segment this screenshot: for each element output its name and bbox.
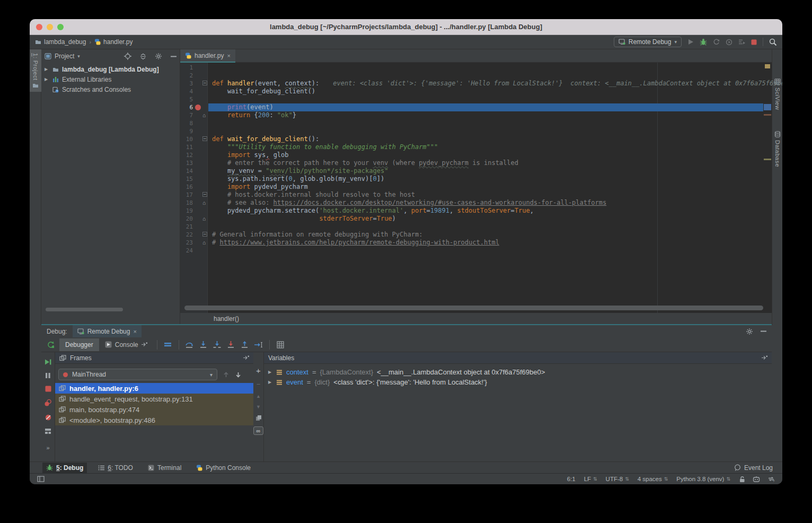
code-line[interactable]: 12 import sys, glob [180,151,763,159]
line-number[interactable]: 17 [180,191,193,199]
code-line[interactable]: 19 pydevd_pycharm.settrace('host.docker.… [180,207,763,215]
tool-window-button[interactable]: Terminal [144,463,185,473]
close-icon[interactable]: × [227,53,230,59]
breakpoint-icon[interactable] [195,104,201,110]
duplicate-watch-icon[interactable] [255,415,262,421]
zoom-window-button[interactable] [57,24,64,30]
search-everywhere-icon[interactable] [769,38,777,46]
pin-icon[interactable] [243,355,249,360]
tab-remote-debug-session[interactable]: Remote Debug × [73,325,142,337]
scrollbar-mark[interactable] [764,159,771,160]
line-number[interactable]: 9 [180,127,193,135]
gear-icon[interactable] [746,328,753,335]
force-step-into-button[interactable] [224,338,238,351]
code-line[interactable]: 14 my_venv = "venv/lib/python*/site-pack… [180,167,763,175]
tool-window-button[interactable]: Python Console [192,463,254,473]
code-line[interactable]: 9 [180,127,763,135]
show-watches-toggle[interactable]: ∞ [253,426,263,435]
line-number[interactable]: 1 [180,64,193,72]
code-line[interactable]: 2 [180,72,763,80]
step-out-button[interactable] [238,338,252,351]
line-number[interactable]: 13 [180,159,193,167]
expand-arrow-icon[interactable]: ▶ [45,67,49,72]
pin-icon[interactable] [762,355,767,360]
run-button[interactable] [687,39,694,45]
fold-marker-icon[interactable]: ⌂ [202,216,206,222]
previous-frame-button[interactable] [223,371,230,378]
debug-button[interactable] [700,38,707,46]
fold-marker-icon[interactable]: − [202,232,207,237]
status-widget[interactable]: LF⇅ [584,476,597,482]
code-line[interactable]: 16 import pydevd_pycharm [180,183,763,191]
run-to-cursor-button[interactable] [252,338,266,351]
variable-row[interactable]: ▶context={LambdaContext}<__main__.Lambda… [264,367,772,377]
hide-panel-icon[interactable] [761,330,766,332]
expand-arrow-icon[interactable]: ▶ [268,380,273,385]
lock-icon[interactable] [739,476,745,483]
tree-item[interactable]: Scratches and Consoles [41,84,180,94]
line-number[interactable]: 19 [180,207,193,215]
line-number[interactable]: 16 [180,183,193,191]
frame-row[interactable]: main, bootstrap.py:474 [55,404,253,415]
tab-handler-py[interactable]: handler.py × [180,49,235,63]
mute-breakpoints-button[interactable] [45,414,52,421]
minimize-window-button[interactable] [47,24,53,30]
frame-row[interactable]: handle_event_request, bootstrap.py:131 [55,394,253,404]
tool-window-button[interactable]: 6: TODO [94,463,137,473]
line-number[interactable]: 12 [180,151,193,159]
editor[interactable]: handler.py × 123−def handler(event, cont… [180,49,772,325]
line-number[interactable]: 15 [180,175,193,183]
scrollbar-mark[interactable] [764,104,771,110]
restore-layout-button[interactable] [45,428,51,434]
fold-marker-icon[interactable]: − [202,192,207,197]
view-breakpoints-button[interactable] [44,399,52,407]
line-number[interactable]: 21 [180,223,193,231]
more-actions-button[interactable]: » [46,444,49,451]
code-line[interactable]: 6 print(event) [180,103,763,111]
line-number[interactable]: 18 [180,199,193,207]
code-line[interactable]: 1 [180,64,763,72]
code-line[interactable]: 8 [180,119,763,127]
line-number[interactable]: 7 [180,111,193,119]
line-number[interactable]: 6 [180,103,193,111]
event-log-button[interactable]: Event Log [734,464,782,472]
code-line[interactable]: 11 """Utility function to enable debuggi… [180,143,763,151]
fold-marker-icon[interactable]: ⌂ [202,240,206,246]
line-number[interactable]: 24 [180,247,193,255]
code-line[interactable]: 21 [180,223,763,231]
status-widget[interactable]: Python 3.8 (venv)⇅ [676,476,730,482]
locate-file-icon[interactable] [124,53,131,60]
breadcrumb-handler[interactable]: handler() [214,315,239,322]
evaluate-expression-button[interactable] [273,338,287,351]
line-number[interactable]: 4 [180,88,193,95]
collapse-all-icon[interactable] [140,53,146,60]
coverage-button[interactable] [713,39,720,46]
concurrency-button[interactable] [738,39,745,45]
tree-item[interactable]: ▶External Libraries [41,74,180,84]
rerun-button[interactable] [43,338,57,351]
close-icon[interactable]: × [133,328,136,335]
pause-button[interactable] [45,372,51,379]
variable-row[interactable]: ▶event={dict}<class 'dict'>: {'message':… [264,377,772,387]
line-number[interactable]: 5 [180,95,193,103]
step-into-button[interactable] [197,338,210,351]
line-number[interactable]: 20 [180,215,193,223]
line-number[interactable]: 22 [180,231,193,239]
code-line[interactable]: 3−def handler(event, context):event: <cl… [180,80,763,88]
move-up-button[interactable]: ▲ [256,394,261,399]
code-line[interactable]: 5 [180,95,763,103]
next-frame-button[interactable] [235,371,242,378]
tab-debugger[interactable]: Debugger [59,338,99,351]
line-number[interactable]: 11 [180,143,193,151]
code-line[interactable]: 17− # host.docker.internal should resolv… [180,191,763,199]
assistant-face-icon[interactable] [753,476,760,482]
code-line[interactable]: 18⌂ # see also: https://docs.docker.com/… [180,199,763,207]
code-line[interactable]: 10−def wait_for_debug_client(): [180,135,763,143]
line-number[interactable]: 8 [180,119,193,127]
scrollbar-mark[interactable] [765,64,770,68]
breadcrumb-item[interactable]: lambda_debug [35,38,86,46]
thread-selector[interactable]: MainThread ▾ [58,369,217,380]
code-line[interactable]: 7⌂ return {200: "ok"} [180,111,763,119]
breadcrumb-item[interactable]: handler.py [94,38,133,46]
code-line[interactable]: 13 # enter the correct path here to your… [180,159,763,167]
